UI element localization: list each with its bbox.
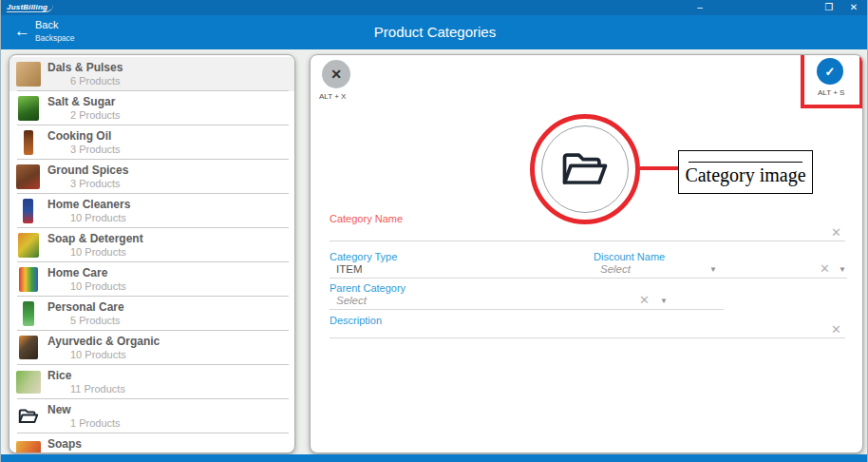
cancel-shortcut-label: ALT + X — [319, 92, 346, 101]
discount-name-label: Discount Name — [594, 251, 665, 262]
category-list-item[interactable]: Personal Care 5 Products — [9, 297, 294, 331]
titlebar: JustBilling – ❒ ✕ — [1, 0, 868, 15]
category-list-item[interactable]: Soaps 1 Products — [9, 433, 294, 453]
category-image-callout: Category image — [678, 150, 813, 194]
new-category-folder-icon — [15, 403, 41, 429]
category-list-item[interactable]: Ayurvedic & Organic 10 Products — [9, 331, 294, 365]
ayurvedic-organic-photo-icon — [15, 335, 41, 360]
description-underline — [330, 337, 845, 338]
parent-category-chevron-down-icon[interactable]: ▼ — [660, 297, 668, 305]
main-area: Dals & Pulses 6 Products Salt & Sugar 2 … — [1, 49, 868, 454]
salt-sugar-photo-icon — [15, 95, 41, 121]
dals-pulses-photo-icon — [15, 61, 41, 87]
category-name: Salt & Sugar — [47, 95, 115, 108]
category-image-annotation-circle — [530, 114, 640, 224]
category-name: Personal Care — [47, 300, 124, 314]
category-product-count: 3 Products — [70, 144, 121, 155]
category-name: Dals & Pulses — [47, 61, 123, 74]
category-name: Home Cleaners — [47, 198, 130, 211]
parent-category-clear-icon[interactable]: ✕ — [639, 293, 650, 307]
category-name: Soaps — [47, 437, 82, 451]
home-care-photo-icon — [15, 266, 41, 292]
category-product-count: 10 Products — [70, 212, 126, 223]
cooking-oil-photo-icon — [15, 129, 41, 155]
category-product-count: 1 Products — [70, 452, 121, 453]
ground-spices-photo-icon — [15, 164, 41, 189]
category-product-count: 10 Products — [70, 246, 126, 258]
category-list-item[interactable]: Home Care 10 Products — [9, 262, 294, 297]
category-product-count: 10 Products — [70, 349, 126, 360]
category-product-count: 2 Products — [70, 109, 121, 121]
category-product-count: 6 Products — [70, 75, 121, 87]
category-list-item[interactable]: New 1 Products — [9, 399, 294, 433]
callout-text: Category image — [679, 164, 812, 186]
category-list-item[interactable]: Soap & Detergent 10 Products — [9, 228, 294, 262]
category-type-select[interactable]: ITEM — [336, 263, 362, 275]
window-bottom-border — [1, 454, 868, 462]
category-list-item[interactable]: Home Cleaners 10 Products — [9, 194, 294, 228]
page-header: ← Back Backspace Product Categories — [1, 15, 868, 49]
category-product-count: 3 Products — [70, 178, 121, 189]
category-product-count: 1 Products — [70, 417, 121, 429]
soap-detergent-photo-icon — [15, 232, 41, 258]
category-list-item[interactable]: Dals & Pulses 6 Products — [9, 57, 294, 91]
close-window-button[interactable]: ✕ — [846, 1, 861, 14]
save-button-annotation-rectangle — [801, 54, 863, 108]
discount-name-clear-icon[interactable]: ✕ — [820, 261, 830, 276]
parent-category-underline — [330, 309, 724, 310]
discount-name-select[interactable]: Select — [600, 263, 631, 275]
category-product-count: 10 Products — [70, 280, 126, 292]
category-name-clear-icon[interactable]: ✕ — [831, 225, 841, 240]
description-clear-icon[interactable]: ✕ — [831, 322, 841, 337]
annotation-connector-line — [640, 166, 678, 170]
category-type-label: Category Type — [330, 251, 397, 262]
callout-rule — [689, 162, 802, 163]
category-type-chevron-down-icon[interactable]: ▼ — [709, 265, 717, 274]
category-name: Ground Spices — [47, 164, 128, 177]
discount-name-underline — [594, 278, 847, 279]
category-name: New — [47, 403, 71, 416]
category-list-item[interactable]: Ground Spices 3 Products — [9, 160, 294, 194]
page-title: Product Categories — [1, 15, 868, 49]
cancel-button[interactable]: ✕ — [322, 60, 350, 88]
category-list-item[interactable]: Salt & Sugar 2 Products — [9, 91, 294, 125]
category-name: Rice — [47, 369, 71, 382]
category-list-item[interactable]: Cooking Oil 3 Products — [9, 125, 294, 160]
category-name: Home Care — [47, 266, 107, 279]
category-product-count: 5 Products — [70, 315, 121, 326]
maximize-button[interactable]: ❒ — [821, 1, 837, 14]
discount-name-chevron-down-icon[interactable]: ▼ — [839, 265, 846, 274]
category-list-panel: Dals & Pulses 6 Products Salt & Sugar 2 … — [9, 54, 295, 453]
soaps-photo-icon — [15, 437, 41, 453]
category-name: Soap & Detergent — [47, 232, 143, 245]
parent-category-label: Parent Category — [330, 282, 406, 294]
category-editor-panel: ✕ ALT + X ✓ ALT + S Category image Categ… — [310, 54, 863, 453]
rice-photo-icon — [15, 369, 41, 395]
category-name-underline — [330, 241, 845, 241]
app-logo: JustBilling — [7, 3, 53, 12]
category-name: Ayurvedic & Organic — [47, 335, 160, 348]
description-label: Description — [330, 315, 382, 326]
category-list-item[interactable]: Rice 11 Products — [9, 365, 294, 399]
category-product-count: 11 Products — [70, 383, 125, 395]
category-name-label: Category Name — [330, 213, 403, 224]
category-list: Dals & Pulses 6 Products Salt & Sugar 2 … — [9, 57, 294, 453]
category-name: Cooking Oil — [47, 129, 111, 143]
parent-category-select[interactable]: Select — [336, 295, 367, 306]
personal-care-photo-icon — [15, 300, 41, 326]
minimize-button[interactable]: – — [692, 1, 708, 14]
close-icon: ✕ — [330, 67, 342, 82]
home-cleaners-photo-icon — [15, 198, 41, 223]
